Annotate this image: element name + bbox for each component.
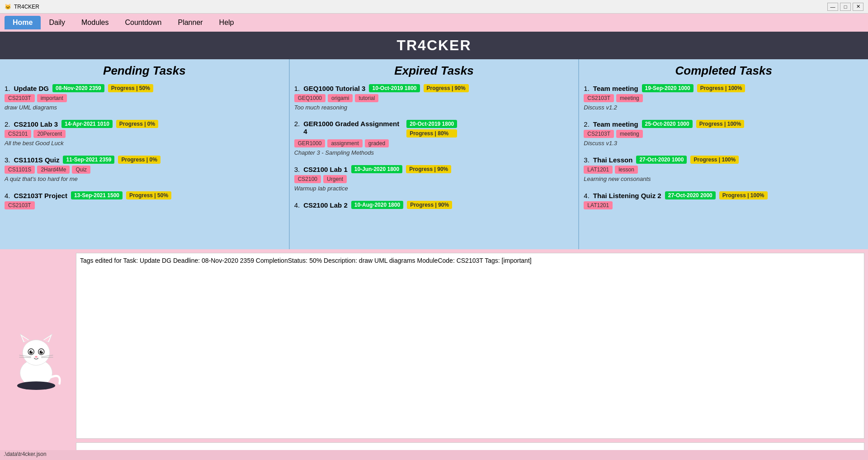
task-name: Thai Lesson <box>593 156 633 164</box>
task-progress: Progress | 0% <box>116 120 158 128</box>
tag: 2Hard4Me <box>37 166 70 174</box>
tag: Urgent <box>323 175 347 183</box>
task-name: CS2100 Lab 3 <box>14 120 58 128</box>
bottom-area: Tags edited for Task: Update DG Deadline… <box>0 249 868 460</box>
pending-tasks-title: Pending Tasks <box>5 64 284 78</box>
pending-tasks-column: Pending Tasks 1. Update DG 08-Nov-2020 2… <box>0 59 290 249</box>
completed-tasks-title: Completed Tasks <box>584 64 863 78</box>
nav-help[interactable]: Help <box>211 16 242 29</box>
completed-task-1: 1. Team meeting 19-Sep-2020 1000 Progres… <box>584 82 863 113</box>
task-num: 1. <box>584 85 590 92</box>
pending-task-3: 3. CS1101S Quiz 11-Sep-2021 2359 Progres… <box>5 154 284 184</box>
task-progress: Progress | 90% <box>406 165 451 173</box>
task-num: 1. <box>294 85 300 92</box>
task-num: 4. <box>584 192 590 199</box>
log-message: Tags edited for Task: Update DG Deadline… <box>80 257 532 264</box>
pending-task-4: 4. CS2103T Project 13-Sep-2021 1500 Prog… <box>5 190 284 213</box>
task-progress: Progress | 100% <box>690 156 739 164</box>
tag: CS2103T <box>5 94 35 102</box>
tag: CS2103T <box>584 94 614 102</box>
main-content: Pending Tasks 1. Update DG 08-Nov-2020 2… <box>0 59 868 249</box>
expired-task-3: 3. CS2100 Lab 1 10-Jun-2020 1800 Progres… <box>294 163 574 194</box>
tag: CS1101S <box>5 166 35 174</box>
svg-point-11 <box>42 351 43 352</box>
tag: CS2101 <box>5 130 31 138</box>
app-main-title: TR4CKER <box>396 37 471 53</box>
minimize-button[interactable]: — <box>827 3 838 11</box>
task-num: 2. <box>584 120 590 128</box>
task-desc: draw UML diagrams <box>5 104 284 111</box>
task-progress: Progress | 50% <box>108 84 153 92</box>
task-progress: Progress | 90% <box>424 84 469 92</box>
tag: tutorial <box>355 94 378 102</box>
task-date: 27-Oct-2020 2000 <box>665 191 716 199</box>
task-num: 4. <box>5 192 10 199</box>
task-name: Team meeting <box>593 85 638 92</box>
completed-task-4: 4. Thai Listening Quiz 2 27-Oct-2020 200… <box>584 190 863 213</box>
log-text-box: Tags edited for Task: Update DG Deadline… <box>76 253 864 439</box>
task-date: 08-Nov-2020 2359 <box>52 84 104 92</box>
task-num: 4. <box>294 201 300 209</box>
task-desc: All the best Good Luck <box>5 140 284 147</box>
expired-task-1: 1. GEQ1000 Tutorial 3 10-Oct-2019 1800 P… <box>294 82 574 113</box>
task-desc: Warmup lab practice <box>294 185 574 192</box>
nav-home[interactable]: Home <box>5 16 41 29</box>
completed-task-3: 3. Thai Lesson 27-Oct-2020 1000 Progress… <box>584 154 863 184</box>
task-date: 20-Oct-2019 1800 <box>406 120 457 128</box>
tag: meeting <box>616 130 643 138</box>
task-name: GER1000 Graded Assignment 4 <box>303 120 403 135</box>
task-date: 19-Sep-2020 1000 <box>642 84 693 92</box>
task-date: 10-Jun-2020 1800 <box>351 165 402 173</box>
tag: GEQ1000 <box>294 94 326 102</box>
task-num: 3. <box>5 156 10 164</box>
task-num: 3. <box>584 156 590 164</box>
task-date: 13-Sep-2021 1500 <box>71 191 123 199</box>
maximize-button[interactable]: □ <box>840 3 851 11</box>
task-name: CS2100 Lab 2 <box>303 201 348 209</box>
task-num: 2. <box>294 120 300 128</box>
status-text: .\data\tr4cker.json <box>4 451 47 457</box>
nav-daily[interactable]: Daily <box>41 16 73 29</box>
title-bar-controls: — □ ✕ <box>827 3 863 11</box>
expired-task-4: 4. CS2100 Lab 2 10-Aug-2020 1800 Progres… <box>294 199 574 213</box>
task-num: 3. <box>294 166 300 173</box>
task-date: 14-Apr-2021 1010 <box>61 120 113 128</box>
status-bar: .\data\tr4cker.json <box>0 450 868 460</box>
task-desc: Learning new consonants <box>584 175 863 182</box>
mascot-area <box>0 249 72 460</box>
nav-planner[interactable]: Planner <box>170 16 211 29</box>
task-desc: Discuss v1.3 <box>584 140 863 147</box>
tag: CS2103T <box>5 201 35 209</box>
app-icon: 🐱 <box>5 4 11 10</box>
task-name: CS2103T Project <box>14 192 67 199</box>
nav-bar: Home Daily Modules Countdown Planner Hel… <box>0 14 868 32</box>
completed-task-2: 2. Team meeting 25-Oct-2020 1000 Progres… <box>584 118 863 148</box>
tag: origami <box>328 94 353 102</box>
task-num: 2. <box>5 120 10 128</box>
mascot-image <box>9 322 63 390</box>
task-progress: Progress | 80% <box>406 129 457 138</box>
task-progress: Progress | 100% <box>719 191 768 199</box>
close-button[interactable]: ✕ <box>853 3 863 11</box>
tag: assignment <box>327 139 362 147</box>
app-title: TR4CKER <box>14 4 39 10</box>
expired-tasks-column: Expired Tasks 1. GEQ1000 Tutorial 3 10-O… <box>290 59 580 249</box>
nav-modules[interactable]: Modules <box>73 16 117 29</box>
task-date: 10-Oct-2019 1800 <box>369 84 420 92</box>
svg-point-12 <box>35 356 38 358</box>
tag: GER1000 <box>294 139 326 147</box>
svg-point-10 <box>31 351 33 352</box>
task-progress: Progress | 100% <box>696 120 745 128</box>
nav-countdown[interactable]: Countdown <box>117 16 170 29</box>
task-desc: Chapter 3 - Sampling Methods <box>294 149 574 156</box>
task-name: Team meeting <box>593 120 638 128</box>
tag: graded <box>365 139 389 147</box>
tag: CS2100 <box>294 175 321 183</box>
task-date: 27-Oct-2020 1000 <box>636 156 687 164</box>
task-desc: A quiz that's too hard for me <box>5 175 284 182</box>
tag: important <box>37 94 67 102</box>
pending-task-2: 2. CS2100 Lab 3 14-Apr-2021 1010 Progres… <box>5 118 284 148</box>
task-name: CS2100 Lab 1 <box>303 166 348 173</box>
task-progress: Progress | 100% <box>697 84 745 92</box>
task-date: 25-Oct-2020 1000 <box>642 120 693 128</box>
